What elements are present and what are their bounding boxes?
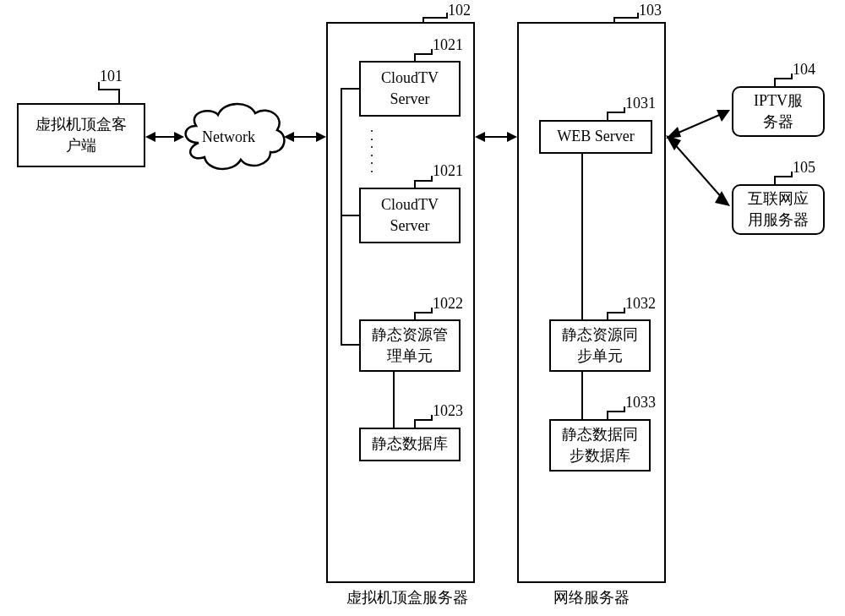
arrow-network-vstb	[284, 128, 326, 145]
svg-marker-5	[316, 132, 326, 142]
arrow-client-network	[145, 128, 184, 145]
leader	[613, 17, 639, 19]
leader	[118, 89, 120, 103]
svg-marker-2	[174, 132, 184, 142]
leader	[607, 411, 625, 412]
sync-unit-box: 静态资源同 步单元	[549, 319, 651, 372]
leader	[422, 17, 448, 19]
iptv-id: 104	[793, 61, 815, 79]
leader	[414, 53, 433, 55]
leader	[414, 312, 433, 313]
connector-v	[393, 372, 395, 428]
cloudtv-box-2: CloudTV Server	[359, 188, 461, 243]
arrow-web-inetapp	[666, 135, 732, 211]
inet-app-label: 互联网应 用服务器	[748, 188, 809, 231]
leader	[607, 312, 608, 319]
cloudtv-label-1: CloudTV Server	[381, 68, 439, 110]
leader	[607, 112, 625, 113]
iptv-box: IPTV服 务器	[732, 86, 825, 137]
bus-h	[341, 344, 359, 346]
leader	[414, 419, 416, 428]
leader	[414, 312, 416, 319]
leader	[414, 53, 416, 61]
leader	[774, 176, 793, 177]
sdb-id: 1023	[433, 402, 463, 420]
sync-unit-id: 1032	[625, 295, 656, 313]
svg-marker-8	[507, 132, 517, 142]
network-label: Network	[202, 128, 255, 146]
sync-unit-label: 静态资源同 步单元	[562, 324, 638, 367]
sync-db-box: 静态数据同 步数据库	[549, 419, 651, 472]
srm-id: 1022	[433, 295, 463, 313]
leader	[98, 89, 118, 90]
sdb-label: 静态数据库	[372, 433, 448, 455]
vertical-dots: ......	[370, 123, 373, 172]
leader	[98, 82, 100, 89]
svg-line-9	[673, 113, 723, 135]
vstb-id: 102	[448, 2, 471, 19]
vstb-caption: 虚拟机顶盒服务器	[346, 587, 468, 608]
leader	[414, 419, 433, 421]
client-id: 101	[100, 68, 123, 85]
sync-db-label: 静态数据同 步数据库	[562, 424, 638, 466]
cloudtv-box-1: CloudTV Server	[359, 61, 461, 117]
svg-line-12	[673, 142, 723, 199]
bus-v	[341, 88, 342, 346]
web-box: WEB Server	[539, 120, 652, 154]
leader	[774, 78, 793, 79]
bus-h	[341, 215, 359, 216]
inet-app-id: 105	[793, 159, 815, 177]
srm-label: 静态资源管 理单元	[372, 324, 448, 367]
leader	[414, 180, 433, 182]
leader	[607, 411, 608, 419]
svg-marker-1	[145, 132, 155, 142]
arrow-vstb-netsrv	[475, 128, 517, 145]
leader	[774, 78, 776, 86]
svg-marker-7	[475, 132, 485, 142]
netsrv-id: 103	[639, 2, 662, 19]
connector-v	[581, 154, 583, 319]
web-label: WEB Server	[557, 126, 634, 147]
sync-db-id: 1033	[625, 394, 656, 412]
connector-v	[581, 372, 583, 419]
sdb-box: 静态数据库	[359, 428, 461, 461]
bus-h	[341, 88, 359, 90]
svg-marker-4	[284, 132, 294, 142]
leader	[613, 17, 615, 22]
cloudtv-id-2: 1021	[433, 162, 463, 180]
cloudtv-id-1: 1021	[433, 36, 463, 54]
iptv-label: IPTV服 务器	[754, 90, 803, 133]
netsrv-caption: 网络服务器	[553, 587, 630, 608]
leader	[607, 312, 625, 313]
srm-box: 静态资源管 理单元	[359, 319, 461, 372]
leader	[607, 112, 608, 120]
leader	[422, 17, 424, 22]
leader	[414, 180, 416, 188]
inet-app-box: 互联网应 用服务器	[732, 184, 825, 235]
client-box: 虚拟机顶盒客 户端	[17, 103, 145, 167]
cloudtv-label-2: CloudTV Server	[381, 194, 439, 237]
web-id: 1031	[625, 95, 656, 112]
client-label: 虚拟机顶盒客 户端	[35, 114, 127, 156]
leader	[774, 176, 776, 184]
